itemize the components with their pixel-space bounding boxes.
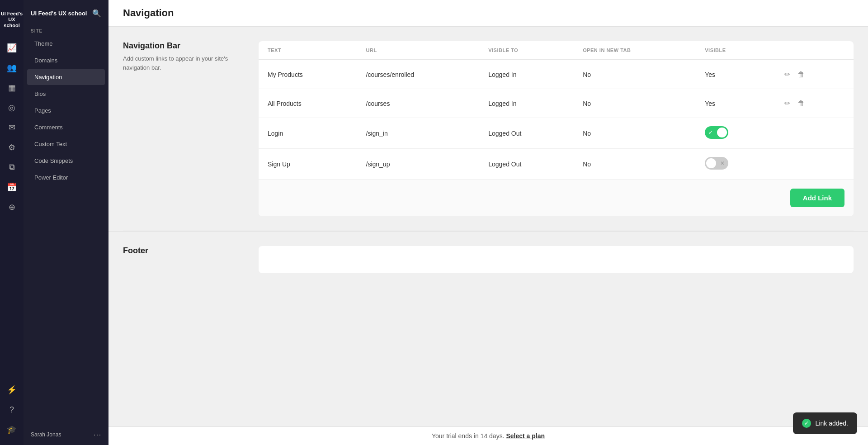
- footer-title: Footer: [123, 246, 259, 256]
- table-row: Login /sign_in Logged Out No ✓: [259, 118, 854, 149]
- cell-text: Sign Up: [259, 149, 357, 180]
- search-icon[interactable]: 🔍: [92, 9, 101, 18]
- toast-message: Link added.: [816, 420, 848, 427]
- cell-text: All Products: [259, 89, 357, 118]
- sidebar-item-custom-text[interactable]: Custom Text: [27, 136, 105, 152]
- toggle-check-icon: ✓: [708, 129, 713, 136]
- edit-button[interactable]: ✏: [783, 97, 792, 109]
- cell-text: My Products: [259, 60, 357, 89]
- sidebar-icon-calendar[interactable]: 📅: [4, 179, 20, 195]
- footer-panel: [259, 246, 854, 273]
- site-section-label: SITE: [24, 23, 108, 35]
- navigation-table-panel: TEXT URL VISIBLE TO OPEN IN NEW TAB VISI…: [259, 41, 854, 216]
- cell-visible-to: Logged Out: [479, 149, 574, 180]
- sidebar-icon-integrations[interactable]: ⊕: [4, 199, 20, 215]
- delete-button[interactable]: 🗑: [796, 98, 807, 109]
- icon-sidebar: UI Feed's UX school 📈 👥 ▦ ◎ ✉ ⚙ ⧉ 📅 ⊕ ⚡ …: [0, 0, 24, 445]
- main-body: Navigation Bar Add custom links to appea…: [108, 27, 868, 426]
- sidebar-item-theme[interactable]: Theme: [27, 36, 105, 52]
- cell-actions: ✏ 🗑: [773, 89, 854, 118]
- col-open-in-new-tab: OPEN IN NEW TAB: [574, 41, 696, 60]
- app-title: UI Feed's UX school: [0, 11, 24, 29]
- navigation-bar-section: Navigation Bar Add custom links to appea…: [108, 27, 868, 231]
- visibility-toggle-off[interactable]: ✕: [705, 157, 728, 170]
- cell-url: /sign_up: [357, 149, 480, 180]
- navigation-table: TEXT URL VISIBLE TO OPEN IN NEW TAB VISI…: [259, 41, 854, 179]
- table-row: My Products /courses/enrolled Logged In …: [259, 60, 854, 89]
- visibility-toggle-on[interactable]: ✓: [705, 126, 728, 139]
- select-plan-link[interactable]: Select a plan: [506, 432, 545, 440]
- delete-button[interactable]: 🗑: [796, 69, 807, 80]
- cell-visible-to: Logged In: [479, 60, 574, 89]
- trial-message: Your trial ends in 14 days.: [432, 432, 505, 440]
- col-url: URL: [357, 41, 480, 60]
- page-title: Navigation: [123, 7, 174, 19]
- cell-url: /sign_in: [357, 118, 480, 149]
- sidebar-icon-lightning[interactable]: ⚡: [4, 382, 20, 398]
- sidebar-icon-help[interactable]: ?: [4, 402, 20, 418]
- cell-actions: ✏ 🗑: [773, 60, 854, 89]
- toggle-x-icon: ✕: [720, 160, 725, 166]
- trial-bar: Your trial ends in 14 days. Select a pla…: [108, 426, 868, 445]
- section-description: Add custom links to appear in your site'…: [123, 54, 248, 72]
- toggle-knob: [717, 128, 727, 137]
- footer-section: Footer: [108, 231, 868, 288]
- user-name: Sarah Jonas: [31, 431, 61, 438]
- edit-button[interactable]: ✏: [783, 68, 792, 80]
- table-row: Sign Up /sign_up Logged Out No ✕: [259, 149, 854, 180]
- toast-notification: ✓ Link added.: [793, 412, 857, 434]
- sidebar-icon-settings[interactable]: ⚙: [4, 139, 20, 156]
- cell-open-new-tab: No: [574, 60, 696, 89]
- cell-url: /courses: [357, 89, 480, 118]
- sidebar-icon-dashboard[interactable]: ▦: [4, 80, 20, 96]
- nav-sidebar: UI Feed's UX school 🔍 SITE Theme Domains…: [24, 0, 108, 445]
- col-actions: [773, 41, 854, 60]
- cell-visible-toggle: ✕: [696, 149, 773, 180]
- cell-visible: Yes: [696, 60, 773, 89]
- footer-info: Footer: [123, 246, 259, 273]
- sidebar-icon-graduation[interactable]: 🎓: [4, 421, 20, 438]
- nav-sidebar-footer: Sarah Jonas ⋯: [24, 424, 108, 445]
- col-visible: VISIBLE: [696, 41, 773, 60]
- sidebar-icon-mail[interactable]: ✉: [4, 119, 20, 136]
- cell-open-new-tab: No: [574, 118, 696, 149]
- sidebar-item-comments[interactable]: Comments: [27, 119, 105, 135]
- cell-actions: [773, 118, 854, 149]
- add-link-button[interactable]: Add Link: [790, 189, 844, 207]
- sidebar-icon-library[interactable]: ⧉: [4, 159, 20, 175]
- toggle-knob: [706, 158, 716, 168]
- cell-open-new-tab: No: [574, 149, 696, 180]
- sidebar-item-bios[interactable]: Bios: [27, 86, 105, 102]
- sidebar-item-navigation[interactable]: Navigation: [27, 69, 105, 85]
- sidebar-item-pages[interactable]: Pages: [27, 103, 105, 118]
- cell-open-new-tab: No: [574, 89, 696, 118]
- main-content: Navigation Navigation Bar Add custom lin…: [108, 0, 868, 445]
- section-title: Navigation Bar: [123, 41, 248, 51]
- table-row: All Products /courses Logged In No Yes ✏…: [259, 89, 854, 118]
- cell-visible-to: Logged Out: [479, 118, 574, 149]
- add-link-row: Add Link: [259, 179, 854, 216]
- toast-check-icon: ✓: [802, 419, 811, 428]
- cell-visible-toggle: ✓: [696, 118, 773, 149]
- cell-text: Login: [259, 118, 357, 149]
- page-header: Navigation: [108, 0, 868, 27]
- cell-url: /courses/enrolled: [357, 60, 480, 89]
- sidebar-item-domains[interactable]: Domains: [27, 52, 105, 68]
- more-options-icon[interactable]: ⋯: [93, 430, 101, 440]
- sidebar-icon-people[interactable]: 👥: [4, 60, 20, 76]
- col-visible-to: VISIBLE TO: [479, 41, 574, 60]
- section-info: Navigation Bar Add custom links to appea…: [123, 41, 259, 216]
- nav-sidebar-header: UI Feed's UX school 🔍: [24, 0, 108, 23]
- sidebar-icon-dollar[interactable]: ◎: [4, 99, 20, 116]
- footer-card: Footer: [123, 246, 854, 273]
- sidebar-item-power-editor[interactable]: Power Editor: [27, 170, 105, 185]
- sidebar-item-code-snippets[interactable]: Code Snippets: [27, 153, 105, 169]
- cell-visible: Yes: [696, 89, 773, 118]
- col-text: TEXT: [259, 41, 357, 60]
- cell-visible-to: Logged In: [479, 89, 574, 118]
- app-name: UI Feed's UX school: [31, 10, 87, 17]
- cell-actions: [773, 149, 854, 180]
- section-card: Navigation Bar Add custom links to appea…: [123, 41, 854, 216]
- sidebar-icon-chart[interactable]: 📈: [4, 40, 20, 56]
